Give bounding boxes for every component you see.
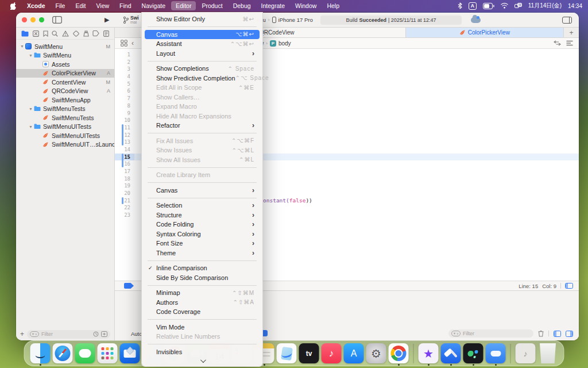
close-window-button[interactable] — [22, 17, 27, 22]
menu-item-invisibles[interactable]: Invisibles — [145, 347, 260, 357]
new-tab-button[interactable]: + — [564, 28, 579, 37]
run-destination[interactable]: iPhone 17 Pro — [278, 17, 313, 23]
menu-item-font-size[interactable]: Font Size› — [145, 239, 260, 248]
dock-settings-icon[interactable]: ⚙ — [366, 343, 387, 363]
dock-freeform-icon[interactable] — [276, 343, 297, 363]
test-navigator-icon[interactable] — [73, 30, 79, 37]
menu-window[interactable]: Window — [291, 1, 321, 10]
dock-devdark-icon[interactable] — [463, 343, 484, 363]
code-review-icon[interactable] — [554, 40, 561, 46]
project-navigator-icon[interactable] — [21, 30, 29, 37]
debug-navigator-icon[interactable] — [83, 30, 89, 37]
dock-downloads-icon[interactable]: ♪ — [515, 343, 536, 363]
dock-safari-icon[interactable] — [52, 343, 74, 363]
menu-product[interactable]: Product — [197, 1, 227, 10]
tree-row-swiftmenutests[interactable]: ▼SwiftMenuTests — [16, 105, 114, 114]
menu-item-authors[interactable]: Authors⌃⇧⌘A — [145, 298, 260, 308]
disclosure-chevron[interactable]: ▼ — [28, 125, 33, 129]
dock-messages-icon[interactable] — [75, 343, 96, 363]
source-control-navigator-icon[interactable] — [33, 30, 39, 37]
toggle-navigator-icon[interactable] — [52, 16, 62, 24]
dock-devblue-icon[interactable] — [485, 343, 506, 363]
tab-colorpickerview[interactable]: ColorPickerView — [406, 28, 564, 37]
tree-row-assets[interactable]: Assets — [16, 60, 114, 69]
tree-row-swiftmenuuitslaunchtests[interactable]: SwiftMenuUIT…sLaunchTests — [16, 140, 114, 150]
cloud-status-icon[interactable] — [471, 17, 481, 23]
breakpoint-navigator-icon[interactable] — [92, 30, 99, 36]
menu-item-show-predictive-completion[interactable]: Show Predictive Completion⌃⌥ Space — [145, 74, 260, 83]
menu-editor[interactable]: Editor — [171, 1, 196, 10]
menu-bar-clock[interactable]: 14:34 — [568, 3, 582, 9]
issue-navigator-icon[interactable] — [62, 30, 69, 37]
stage-manager-icon[interactable] — [514, 3, 522, 9]
dock-imovie-icon[interactable]: ★ — [418, 343, 439, 363]
zoom-window-button[interactable] — [39, 17, 44, 22]
menu-item-inline-comparison[interactable]: ✓Inline Comparison — [145, 263, 260, 273]
breakpoint-tag-icon[interactable] — [124, 283, 134, 289]
menu-integrate[interactable]: Integrate — [257, 1, 289, 10]
menu-item-assistant[interactable]: Assistant⌃⌥⌘↩ — [145, 39, 260, 49]
menu-help[interactable]: Help — [322, 1, 344, 10]
menu-find[interactable]: Find — [115, 1, 136, 10]
menu-item-syntax-coloring[interactable]: Syntax Coloring› — [145, 229, 260, 239]
menu-item-code-folding[interactable]: Code Folding› — [145, 220, 260, 229]
dock-appletv-icon[interactable]: tv — [299, 343, 320, 363]
dock-appstore-icon[interactable]: A — [343, 343, 365, 363]
menu-navigate[interactable]: Navigate — [137, 1, 170, 10]
tree-row-contentview[interactable]: ContentViewM — [16, 78, 114, 87]
minimize-window-button[interactable] — [30, 17, 36, 22]
tree-row-swiftmenuapp[interactable]: SwiftMenuApp — [16, 95, 114, 105]
report-navigator-icon[interactable] — [103, 30, 109, 37]
menu-item-canvas[interactable]: Canvas› — [145, 186, 260, 195]
dock-xcode-icon[interactable] — [440, 343, 462, 363]
editor-layout-icon[interactable] — [562, 17, 572, 24]
menu-item-minimap[interactable]: Minimap⌃⇧⌘M — [145, 288, 260, 298]
breadcrumb[interactable]: w › P body — [260, 40, 291, 47]
minimap-toggle-icon[interactable] — [565, 283, 573, 289]
run-button[interactable]: ▶ — [105, 16, 109, 24]
disclosure-chevron[interactable]: ▼ — [20, 44, 25, 48]
find-navigator-icon[interactable] — [52, 30, 58, 37]
clear-console-icon[interactable] — [538, 330, 544, 337]
dock-chrome-icon[interactable] — [388, 343, 409, 363]
disclosure-chevron[interactable]: ▼ — [28, 107, 33, 111]
menu-view[interactable]: View — [92, 1, 114, 10]
navigate-back-icon[interactable]: ‹ — [131, 39, 134, 47]
menu-debug[interactable]: Debug — [229, 1, 256, 10]
tree-row-qrcodeview[interactable]: QRCodeViewA — [16, 87, 114, 96]
tree-row-swiftmenuuitests[interactable]: SwiftMenuUITests — [16, 131, 114, 140]
tree-row-swiftmenu[interactable]: ▼SwiftMenu — [16, 51, 114, 60]
menu-item-canvas[interactable]: Canvas⌥⌘↩ — [145, 30, 260, 40]
scheme-selector[interactable]: enu › iPhone 17 Pro — [257, 17, 313, 23]
menu-item-show-completions[interactable]: Show Completions⌃ Space — [145, 64, 260, 74]
menu-item-layout[interactable]: Layout› — [145, 49, 260, 59]
menu-bar-date[interactable]: 11月14日(金) — [528, 2, 562, 10]
activity-status[interactable]: Build Succeeded | 2025/11/11 at 12:47 — [320, 16, 462, 25]
wifi-icon[interactable] — [501, 3, 508, 9]
input-source-indicator[interactable]: A — [469, 2, 477, 10]
dock-mail-icon[interactable] — [119, 343, 141, 363]
menu-xcode[interactable]: Xcode — [22, 1, 50, 10]
add-file-button[interactable]: + — [20, 330, 24, 338]
show-console-view-icon[interactable] — [566, 331, 573, 337]
disclosure-chevron[interactable]: ▼ — [28, 53, 33, 57]
show-variables-view-icon[interactable] — [554, 331, 561, 337]
source-control-filter-icon[interactable] — [101, 331, 107, 337]
menu-file[interactable]: File — [51, 1, 70, 10]
dock-finder-icon[interactable] — [30, 343, 51, 363]
recent-files-icon[interactable] — [93, 331, 99, 337]
menu-item-vim-mode[interactable]: Vim Mode — [145, 323, 260, 332]
bookmark-navigator-icon[interactable] — [43, 30, 48, 37]
menu-edit[interactable]: Edit — [71, 1, 90, 10]
source-control-status[interactable]: Swi mai — [123, 16, 139, 25]
tree-row-swiftmenuuitests[interactable]: ▼SwiftMenuUITests — [16, 122, 114, 132]
menu-item-selection[interactable]: Selection› — [145, 201, 260, 210]
menu-item-side-by-side-comparison[interactable]: Side By Side Comparison — [145, 273, 260, 283]
tree-row-swiftmenutests[interactable]: SwiftMenuTests — [16, 113, 114, 122]
menu-item-refactor[interactable]: Refactor› — [145, 121, 260, 131]
console-filter-field[interactable]: ▼∨ Filter — [448, 329, 533, 338]
tree-row-swiftmenu[interactable]: ▼SwiftMenuM — [16, 42, 114, 51]
dock-music-icon[interactable]: ♪ — [321, 343, 342, 363]
adjust-editor-icon[interactable] — [566, 40, 573, 46]
bluetooth-icon[interactable] — [458, 2, 462, 9]
